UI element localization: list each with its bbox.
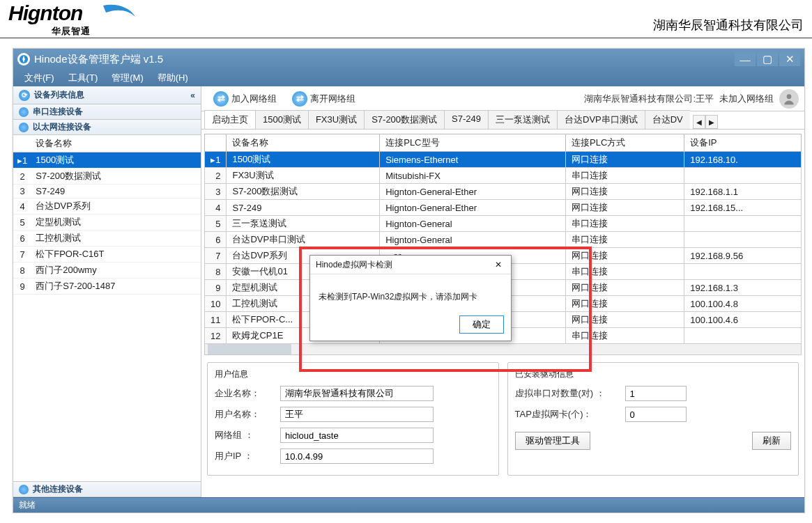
serial-icon — [19, 107, 29, 117]
table-row[interactable]: ▸11500测试Siemens-Ethernet网口连接192.168.10. — [205, 152, 802, 168]
pair-label: 虚拟串口对数量(对) ： — [515, 387, 620, 400]
col-mode[interactable]: 连接PLC方式 — [566, 134, 684, 152]
other-icon — [19, 485, 29, 494]
menu-manage[interactable]: 管理(M) — [105, 72, 151, 84]
driver-refresh-button[interactable]: 刷新 — [752, 432, 791, 450]
h-scrollbar[interactable] — [204, 344, 802, 355]
leave-icon: ⇄ — [292, 91, 307, 107]
sidebar: ⟳ 设备列表信息 « 串口连接设备 以太网连接设备 设备名称 ▸11500测试2… — [13, 86, 201, 497]
leave-group-button[interactable]: ⇄ 离开网络组 — [286, 88, 362, 109]
user-info-title: 用户信息 — [215, 369, 248, 379]
tab[interactable]: 台达DV — [645, 110, 690, 129]
toolbar-user-info: 湖南华辰智通科技有限公司:王平 — [584, 93, 714, 105]
tab[interactable]: FX3U测试 — [308, 110, 365, 129]
tab[interactable]: S7-200数据测试 — [364, 110, 445, 129]
dialog-close-button[interactable]: ✕ — [491, 258, 505, 271]
user-info-panel: 用户信息 企业名称： 用户名称： 网络组 ： 用户IP ： — [207, 362, 499, 476]
ethernet-icon — [19, 123, 29, 132]
tab[interactable]: 台达DVP串口测试 — [557, 110, 645, 129]
driver-info-title: 已安装驱动信息 — [515, 369, 574, 379]
status-text: 就绪 — [19, 499, 36, 511]
collapse-icon[interactable]: « — [190, 91, 195, 100]
driver-info-panel: 已安装驱动信息 虚拟串口对数量(对) ： TAP虚拟网卡(个)： 驱动管理工具 … — [507, 362, 799, 476]
tab-next-button[interactable]: ▶ — [705, 115, 718, 129]
col-ip[interactable]: 设备IP — [684, 134, 802, 152]
doc-header: Hignton 华辰智通 湖南华辰智通科技有限公司 — [0, 0, 812, 38]
driver-manage-button[interactable]: 驱动管理工具 — [515, 432, 590, 450]
company-label: 企业名称： — [215, 387, 275, 400]
menu-file[interactable]: 文件(F) — [17, 72, 61, 84]
username-label: 用户名称： — [215, 408, 275, 421]
leave-label: 离开网络组 — [310, 93, 355, 105]
tab-bar: 启动主页1500测试FX3U测试S7-200数据测试S7-249三一泵送测试台达… — [201, 111, 804, 130]
sidebar-header[interactable]: ⟳ 设备列表信息 « — [13, 86, 201, 104]
sidebar-row[interactable]: 2S7-200数据测试 — [13, 169, 201, 185]
sidebar-row[interactable]: 9西门子S7-200-1487 — [13, 279, 201, 295]
pair-field[interactable] — [625, 386, 687, 401]
tab-prev-button[interactable]: ◀ — [693, 115, 705, 129]
app-icon — [17, 53, 30, 65]
col-name[interactable]: 设备名称 — [227, 134, 380, 152]
sidebar-device-list: 设备名称 ▸11500测试2S7-200数据测试3S7-2494台达DVP系列5… — [13, 135, 201, 482]
join-label: 加入网络组 — [231, 93, 277, 105]
close-button[interactable]: ✕ — [779, 52, 800, 66]
menu-tools[interactable]: 工具(T) — [61, 72, 105, 84]
window-title: Hinode设备管理客户端 v1.5 — [34, 53, 163, 66]
username-field[interactable] — [280, 407, 434, 422]
refresh-icon: ⟳ — [19, 90, 30, 101]
titlebar: Hinode设备管理客户端 v1.5 — ▢ ✕ — [13, 49, 804, 70]
company-name: 湖南华辰智通科技有限公司 — [653, 17, 804, 33]
tap-field[interactable] — [625, 407, 687, 422]
table-row[interactable]: 4S7-249Hignton-General-Ether网口连接192.168.… — [205, 200, 802, 216]
sidebar-row[interactable]: 7松下FPOR-C16T — [13, 247, 201, 263]
userip-field[interactable] — [280, 448, 434, 464]
sidebar-row[interactable]: ▸11500测试 — [13, 153, 201, 169]
tab[interactable]: S7-249 — [444, 110, 489, 129]
col-plc[interactable]: 连接PLC型号 — [380, 134, 566, 152]
toolbar-group-state: 未加入网络组 — [719, 93, 774, 105]
tap-label: TAP虚拟网卡(个)： — [515, 408, 620, 421]
section-ethernet-label: 以太网连接设备 — [33, 121, 91, 133]
join-group-button[interactable]: ⇄ 加入网络组 — [207, 88, 283, 109]
menubar: 文件(F) 工具(T) 管理(M) 帮助(H) — [13, 70, 804, 86]
dialog-ok-button[interactable]: 确定 — [459, 315, 504, 334]
menu-help[interactable]: 帮助(H) — [151, 72, 195, 84]
maximize-button[interactable]: ▢ — [757, 52, 778, 66]
group-label: 网络组 ： — [215, 429, 275, 442]
statusbar: 就绪 — [13, 497, 804, 513]
sidebar-header-label: 设备列表信息 — [34, 89, 84, 101]
section-serial-label: 串口连接设备 — [33, 106, 83, 118]
table-row[interactable]: 5三一泵送测试Hignton-General串口连接 — [205, 216, 802, 232]
table-row[interactable]: 2FX3U测试Mitsubishi-FX串口连接 — [205, 168, 802, 184]
main-area: ⇄ 加入网络组 ⇄ 离开网络组 湖南华辰智通科技有限公司:王平 未加入网络组 启… — [201, 86, 804, 497]
toolbar: ⇄ 加入网络组 ⇄ 离开网络组 湖南华辰智通科技有限公司:王平 未加入网络组 — [201, 86, 804, 111]
sidebar-row[interactable]: 8西门子200wmy — [13, 263, 201, 279]
tab[interactable]: 启动主页 — [204, 110, 256, 129]
section-ethernet[interactable]: 以太网连接设备 — [13, 120, 201, 135]
svg-point-1 — [787, 94, 792, 99]
sidebar-row[interactable]: 4台达DVP系列 — [13, 198, 201, 214]
section-serial[interactable]: 串口连接设备 — [13, 104, 201, 120]
sidebar-row[interactable]: 3S7-249 — [13, 185, 201, 198]
section-other-label: 其他连接设备 — [33, 483, 83, 495]
minimize-button[interactable]: — — [735, 52, 756, 66]
userip-label: 用户IP ： — [215, 450, 275, 462]
table-row[interactable]: 3S7-200数据测试Hignton-General-Ether网口连接192.… — [205, 184, 802, 200]
app-window: Hinode设备管理客户端 v1.5 — ▢ ✕ 文件(F) 工具(T) 管理(… — [13, 48, 805, 513]
sidebar-col-name: 设备名称 — [31, 135, 201, 153]
group-field[interactable] — [280, 428, 434, 443]
dialog-title: Hinode虚拟网卡检测 — [316, 259, 392, 271]
logo-swoosh — [102, 3, 137, 28]
sidebar-row[interactable]: 5定型机测试 — [13, 214, 201, 231]
tab[interactable]: 三一泵送测试 — [488, 110, 558, 129]
join-icon: ⇄ — [213, 91, 229, 107]
tab[interactable]: 1500测试 — [255, 110, 309, 129]
section-other[interactable]: 其他连接设备 — [13, 482, 201, 497]
avatar-icon[interactable] — [779, 89, 799, 109]
table-row[interactable]: 6台达DVP串口测试Hignton-General串口连接 — [205, 232, 802, 248]
dialog: Hinode虚拟网卡检测 ✕ 未检测到TAP-Win32虚拟网卡，请添加网卡 确… — [309, 255, 512, 341]
dialog-message: 未检测到TAP-Win32虚拟网卡，请添加网卡 — [310, 274, 511, 310]
sidebar-row[interactable]: 6工控机测试 — [13, 231, 201, 247]
company-field[interactable] — [280, 386, 434, 401]
logo: Hignton 华辰智通 — [8, 3, 134, 33]
